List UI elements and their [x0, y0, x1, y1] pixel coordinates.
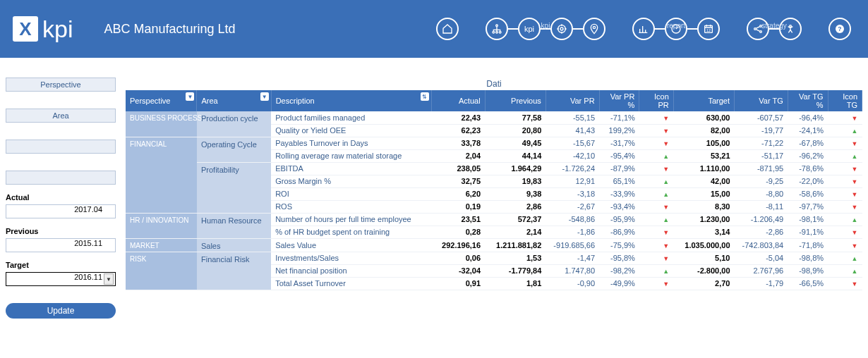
cell-actual: 238,05 [431, 162, 485, 175]
content: Actual 2017.04 Previous 2015.11 Target 2… [0, 58, 868, 324]
previous-value[interactable]: 2015.11 [6, 238, 116, 252]
table-row: HR / INNOVATIONHuman ResourceNumber of h… [126, 213, 862, 226]
arrow-down-icon: ▼ [663, 242, 669, 249]
logo-badge: X [13, 16, 38, 42]
arrow-down-icon: ▼ [852, 140, 858, 147]
svg-point-13 [790, 25, 792, 27]
table-row: BUSINESS PROCESSProduction cycleProduct … [126, 111, 862, 124]
cell-var-pr-pct: -95,9% [599, 213, 639, 226]
target-value[interactable]: 2016.11 ▼ [6, 272, 116, 286]
cell-desc: Total Asset Turnover [271, 277, 431, 290]
th-var-tg[interactable]: Var TG [735, 90, 788, 111]
cell-var-tg: -71,22 [735, 137, 788, 149]
logo: X kpi [13, 16, 73, 43]
cell-var-pr-pct: -93,4% [599, 200, 639, 213]
th-var-pr-pct[interactable]: Var PR % [599, 90, 639, 111]
filter-icon[interactable]: ▼ [186, 92, 194, 101]
chevron-down-icon[interactable]: ▼ [104, 273, 114, 285]
kpi-icon[interactable]: kpi [518, 18, 541, 40]
cell-var-pr: 41,43 [545, 124, 599, 137]
cell-var-pr: -0,90 [545, 277, 599, 290]
cell-var-tg: -742.803,84 [735, 238, 788, 252]
cell-icon-tg: ▼ [828, 111, 862, 124]
table-title: Dati [126, 78, 862, 90]
table-row: RISKFinancial RiskInvestments/Sales0,061… [126, 252, 862, 264]
cell-var-pr: -15,67 [545, 137, 599, 149]
th-icon-tg[interactable]: Icon TG [828, 90, 862, 111]
cell-previous: 2,14 [485, 226, 545, 238]
pin-icon[interactable] [583, 18, 605, 40]
arrow-down-icon: ▼ [663, 140, 669, 147]
th-var-pr[interactable]: Var PR [545, 90, 599, 111]
cell-target: 5,10 [673, 252, 734, 264]
cell-actual: 32,75 [431, 175, 485, 187]
th-icon-pr[interactable]: Icon PR [639, 90, 673, 111]
th-actual[interactable]: Actual [431, 90, 485, 111]
cell-actual: 0,28 [431, 226, 485, 238]
area-filter[interactable] [6, 109, 116, 123]
cell-var-pr-pct: -75,9% [599, 238, 639, 252]
cell-desc: Product families managed [271, 111, 431, 124]
cell-icon-pr: ▼ [639, 200, 673, 213]
sort-icon[interactable]: ⇅ [421, 92, 429, 101]
actual-value[interactable]: 2017.04 [6, 204, 116, 218]
th-previous[interactable]: Previous [485, 90, 545, 111]
cell-var-tg-pct: -66,5% [788, 277, 828, 290]
cell-previous: 19,83 [485, 175, 545, 187]
cell-actual: 292.196,16 [431, 238, 485, 252]
cell-desc: Sales Value [271, 238, 431, 252]
update-button[interactable]: Update [6, 303, 116, 319]
th-perspective[interactable]: Perspective▼ [126, 90, 197, 111]
cell-actual: 33,78 [431, 137, 485, 149]
table-row: ProfitabilityEBITDA238,051.964,29-1.726,… [126, 162, 862, 175]
arrow-down-icon: ▼ [852, 178, 858, 185]
perspective-filter[interactable] [6, 78, 116, 92]
hierarchy-icon[interactable] [486, 18, 508, 40]
svg-point-10 [754, 28, 757, 30]
svg-text:12: 12 [706, 28, 711, 32]
cell-previous: 1,81 [485, 277, 545, 290]
arrow-down-icon: ▼ [852, 204, 858, 211]
cell-icon-pr: ▼ [639, 137, 673, 149]
cell-icon-pr: ▲ [639, 187, 673, 200]
cell-icon-pr: ▲ [639, 149, 673, 162]
target-icon[interactable] [550, 18, 573, 40]
cell-var-pr: 12,91 [545, 175, 599, 187]
cell-var-pr-pct: -31,7% [599, 137, 639, 149]
cell-target: 1.230,00 [673, 213, 734, 226]
th-area[interactable]: Area▼ [197, 90, 271, 111]
home-icon[interactable] [436, 18, 459, 40]
cell-icon-pr: ▼ [639, 277, 673, 290]
svg-text:?: ? [838, 25, 841, 32]
th-var-tg-pct[interactable]: Var TG % [788, 90, 828, 111]
chart-icon[interactable] [632, 18, 655, 40]
cell-actual: 2,04 [431, 149, 485, 162]
calendar-icon[interactable]: 12 [697, 18, 720, 40]
blank-filter-1[interactable] [6, 140, 116, 154]
cell-desc: Number of hours per full time employee [271, 213, 431, 226]
cell-var-tg-pct: -58,6% [788, 187, 828, 200]
th-description[interactable]: Description⇅ [271, 90, 431, 111]
cell-desc: Quality or Yield OEE [271, 124, 431, 137]
cell-var-pr: -919.685,66 [545, 238, 599, 252]
filter-icon[interactable]: ▼ [260, 92, 269, 101]
table-row: MARKETSalesSales Value292.196,161.211.88… [126, 238, 862, 252]
help-icon[interactable]: ? [828, 18, 851, 40]
cell-icon-tg: ▲ [828, 264, 862, 277]
arrow-down-icon: ▼ [663, 128, 669, 135]
cell-var-tg-pct: -98,9% [788, 264, 828, 277]
cell-icon-pr: ▼ [639, 162, 673, 175]
cell-var-tg-pct: -96,4% [788, 111, 828, 124]
arrow-down-icon: ▼ [663, 229, 669, 236]
cell-desc: Payables Turnover in Days [271, 137, 431, 149]
cell-area: Operating Cycle [197, 137, 271, 162]
cell-desc: EBITDA [271, 162, 431, 175]
previous-label: Previous [6, 227, 116, 235]
cell-var-tg-pct: -67,8% [788, 137, 828, 149]
cell-target: -2.800,00 [673, 264, 734, 277]
blank-filter-2[interactable] [6, 171, 116, 185]
cell-var-tg-pct: -98,8% [788, 252, 828, 264]
arrow-up-icon: ▲ [852, 153, 858, 160]
target-value-text: 2016.11 [74, 273, 102, 281]
th-target[interactable]: Target [673, 90, 734, 111]
